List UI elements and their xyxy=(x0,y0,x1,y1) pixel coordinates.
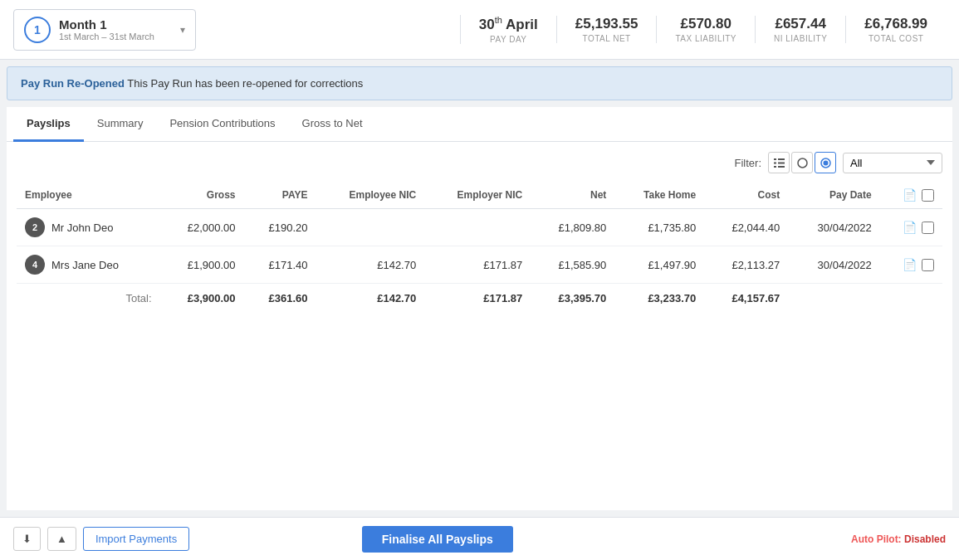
import-payments-button[interactable]: Import Payments xyxy=(83,527,189,551)
ni-liability-value: £657.44 xyxy=(774,16,827,32)
employer-nic-1 xyxy=(424,209,531,246)
svg-rect-2 xyxy=(774,162,776,163)
pay-day-label: PAY DAY xyxy=(479,35,538,44)
employee-name-2: Mrs Jane Deo xyxy=(51,259,119,271)
filter-label: Filter: xyxy=(735,157,762,169)
total-actions xyxy=(880,284,942,314)
select-all-checkbox[interactable] xyxy=(922,189,934,202)
total-gross: £3,900.00 xyxy=(160,284,244,314)
col-cost: Cost xyxy=(704,182,788,209)
pdf-icon-2[interactable]: 📄 xyxy=(903,258,917,271)
employee-nic-2: £142.70 xyxy=(316,246,425,284)
banner-message: This Pay Run has been re-opened for corr… xyxy=(125,77,363,90)
month-selector[interactable]: 1 Month 1 1st March – 31st March ▾ xyxy=(13,9,196,51)
download-icon: ⬇ xyxy=(22,533,32,545)
col-employee-nic: Employee NIC xyxy=(316,182,425,209)
total-cost-value: £6,768.99 xyxy=(864,16,927,32)
pay-day-value: 30th April xyxy=(479,15,538,33)
header: 1 Month 1 1st March – 31st March ▾ 30th … xyxy=(0,0,959,60)
take-home-1: £1,735.80 xyxy=(614,209,704,246)
employee-cell-2: 4 Mrs Jane Deo xyxy=(17,246,160,284)
filter-grid-icon[interactable] xyxy=(791,152,813,173)
totals-label: Total: xyxy=(17,284,160,314)
svg-rect-0 xyxy=(774,158,776,160)
tab-payslips[interactable]: Payslips xyxy=(13,107,84,142)
employee-nic-1 xyxy=(316,209,425,246)
paye-2: £171.40 xyxy=(244,246,316,284)
row-badge-2: 2 xyxy=(25,217,45,237)
table-container: Filter: xyxy=(7,142,952,510)
expand-button[interactable]: ▲ xyxy=(47,527,76,551)
employee-name-1: Mr John Deo xyxy=(51,222,113,234)
actions-1: 📄 xyxy=(880,209,942,246)
total-paye: £361.60 xyxy=(244,284,316,314)
download-button[interactable]: ⬇ xyxy=(13,527,41,551)
tax-liability-stat: £570.80 TAX LIABILITY xyxy=(656,16,755,43)
footer: ⬇ ▲ Import Payments Finalise All Payslip… xyxy=(0,517,959,560)
totals-row: Total: £3,900.00 £361.60 £142.70 £171.87… xyxy=(17,284,942,314)
chevron-down-icon: ▾ xyxy=(180,24,185,36)
pdf-icon-1[interactable]: 📄 xyxy=(903,221,917,234)
row-checkbox-2[interactable] xyxy=(922,259,934,271)
total-cost: £4,157.67 xyxy=(704,284,788,314)
total-take-home: £3,233.70 xyxy=(614,284,704,314)
autopilot-label: Auto Pilot: xyxy=(851,533,902,545)
col-take-home: Take Home xyxy=(614,182,704,209)
employer-nic-2: £171.87 xyxy=(424,246,531,284)
payslips-table: Employee Gross PAYE Employee NIC Employe… xyxy=(17,182,942,313)
header-stats: 30th April PAY DAY £5,193.55 TOTAL NET £… xyxy=(460,15,946,44)
row-checkbox-1[interactable] xyxy=(922,222,934,234)
total-net-value: £5,193.55 xyxy=(575,16,639,32)
filter-icons xyxy=(768,152,836,173)
total-net-label: TOTAL NET xyxy=(575,34,639,43)
total-cost-stat: £6,768.99 TOTAL COST xyxy=(845,16,946,43)
ni-liability-stat: £657.44 NI LIABILITY xyxy=(755,16,845,43)
col-pay-date: Pay Date xyxy=(788,182,879,209)
col-actions: 📄 xyxy=(880,182,942,209)
svg-rect-3 xyxy=(778,162,785,163)
svg-rect-5 xyxy=(778,166,785,168)
expand-icon: ▲ xyxy=(56,533,67,545)
total-employee-nic: £142.70 xyxy=(316,284,425,314)
total-net: £3,395.70 xyxy=(531,284,614,314)
pay-date-1: 30/04/2022 xyxy=(788,209,879,246)
svg-point-6 xyxy=(798,158,807,168)
tax-liability-value: £570.80 xyxy=(675,16,736,32)
month-range: 1st March – 31st March xyxy=(59,32,172,41)
svg-point-8 xyxy=(823,160,828,165)
tab-bar: Payslips Summary Pension Contributions G… xyxy=(7,107,952,142)
total-net-stat: £5,193.55 TOTAL NET xyxy=(556,16,657,43)
filter-list-icon[interactable] xyxy=(768,152,790,173)
tab-summary[interactable]: Summary xyxy=(84,107,157,142)
month-text: Month 1 1st March – 31st March xyxy=(59,17,172,41)
employee-cell-1: 2 Mr John Deo xyxy=(17,209,160,246)
banner-text: Pay Run Re-Opened This Pay Run has been … xyxy=(21,77,363,90)
filter-row: Filter: xyxy=(17,152,942,173)
filter-radio-icon[interactable] xyxy=(815,152,836,173)
banner-strong: Pay Run Re-Opened xyxy=(21,77,125,90)
take-home-2: £1,497.90 xyxy=(614,246,704,284)
finalise-all-button[interactable]: Finalise All Payslips xyxy=(362,526,513,553)
tab-gross-to-net[interactable]: Gross to Net xyxy=(289,107,376,142)
tab-pension[interactable]: Pension Contributions xyxy=(156,107,288,142)
gross-1: £2,000.00 xyxy=(160,209,244,246)
filter-select[interactable]: All Paid Unpaid xyxy=(843,153,942,173)
autopilot-status: Auto Pilot: Disabled xyxy=(851,533,946,545)
col-employee: Employee xyxy=(17,182,160,209)
net-1: £1,809.80 xyxy=(531,209,614,246)
cost-1: £2,044.40 xyxy=(704,209,788,246)
total-pay-date xyxy=(788,284,879,314)
table-row: 4 Mrs Jane Deo £1,900.00 £171.40 £142.70… xyxy=(17,246,942,284)
col-employer-nic: Employer NIC xyxy=(424,182,531,209)
cost-2: £2,113.27 xyxy=(704,246,788,284)
svg-rect-1 xyxy=(778,158,785,160)
pay-day-stat: 30th April PAY DAY xyxy=(460,15,556,44)
month-badge: 1 xyxy=(24,17,51,43)
pdf-header-icon: 📄 xyxy=(903,188,917,202)
content-area: Payslips Summary Pension Contributions G… xyxy=(0,100,959,517)
tax-liability-label: TAX LIABILITY xyxy=(675,34,736,43)
autopilot-value: Disabled xyxy=(904,533,946,545)
ni-liability-label: NI LIABILITY xyxy=(774,34,827,43)
svg-rect-4 xyxy=(774,166,776,168)
col-net: Net xyxy=(531,182,614,209)
